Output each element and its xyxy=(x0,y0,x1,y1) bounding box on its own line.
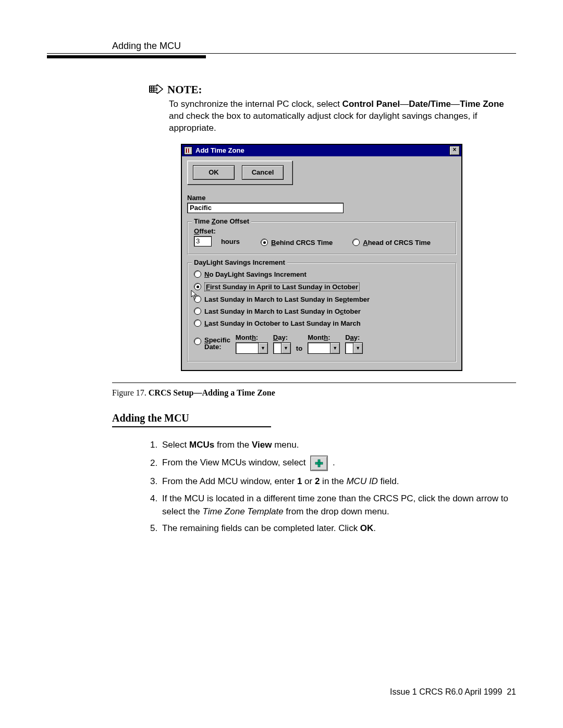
name-label: Name xyxy=(187,194,456,202)
dls-apr-oct-radio[interactable]: First Sunday in April to Last Sunday in … xyxy=(194,282,449,291)
end-day-select[interactable]: ▼ xyxy=(345,342,363,354)
add-time-zone-dialog: Add Time Zone × OK Cancel Name Time Zone… xyxy=(181,144,462,371)
radio-dot-icon xyxy=(194,338,201,345)
dls-none-radio[interactable]: No DayLight Savings Increment xyxy=(194,270,449,278)
step-2: From the View MCUs window, select . xyxy=(160,455,516,471)
step-1: Select MCUs from the View menu. xyxy=(160,439,516,452)
chevron-down-icon: ▼ xyxy=(258,343,267,353)
figure-rule xyxy=(112,382,516,383)
dls-legend: DayLight Savings Increment xyxy=(192,258,287,266)
start-day-select[interactable]: ▼ xyxy=(273,342,291,354)
header-rule-thin xyxy=(47,53,516,54)
section-rule xyxy=(112,426,271,427)
month-label-2: Month: xyxy=(308,334,330,341)
plus-icon xyxy=(314,458,324,468)
dialog-app-icon xyxy=(184,146,192,155)
dls-mar-oct-radio[interactable]: Last Sunday in March to Last Sunday in O… xyxy=(194,307,449,315)
close-icon[interactable]: × xyxy=(449,146,460,155)
chevron-down-icon: ▼ xyxy=(281,343,290,353)
step-4: If the MCU is located in a different tim… xyxy=(160,492,516,518)
radio-dot-icon xyxy=(194,307,201,315)
offset-input[interactable] xyxy=(194,236,212,246)
start-month-select[interactable]: ▼ xyxy=(236,342,268,354)
chevron-down-icon: ▼ xyxy=(330,343,339,353)
dialog-button-bar: OK Cancel xyxy=(187,161,292,184)
dls-specific-radio[interactable]: SpecificDate: xyxy=(194,337,230,350)
radio-dot-icon xyxy=(261,239,268,246)
note-label: NOTE: xyxy=(167,83,202,96)
tz-offset-legend: Time Zone Offset xyxy=(192,217,251,225)
add-icon-button[interactable] xyxy=(310,455,328,471)
header-rule-thick xyxy=(47,55,206,58)
dls-oct-mar-radio[interactable]: Last Sunday in October to Last Sunday in… xyxy=(194,319,449,327)
note-body: To synchronize the internal PC clock, se… xyxy=(169,98,511,134)
chevron-down-icon: ▼ xyxy=(353,343,362,353)
radio-dot-icon xyxy=(194,319,201,327)
end-month-select[interactable]: ▼ xyxy=(308,342,340,354)
dialog-title: Add Time Zone xyxy=(195,146,449,154)
radio-dot-icon xyxy=(194,270,201,278)
name-input[interactable] xyxy=(187,203,344,213)
to-label: to xyxy=(296,344,302,352)
step-3: From the Add MCU window, enter 1 or 2 in… xyxy=(160,475,516,488)
behind-crcs-radio[interactable]: Behind CRCS Time xyxy=(261,239,333,246)
ok-button[interactable]: OK xyxy=(193,165,235,180)
note-arrow-icon xyxy=(149,84,163,94)
daylight-savings-group: DayLight Savings Increment No DayLight S… xyxy=(187,263,456,362)
dls-mar-sep-radio[interactable]: Last Sunday in March to Last Sunday in S… xyxy=(194,295,449,303)
cancel-button[interactable]: Cancel xyxy=(242,165,284,180)
running-header: Adding the MCU xyxy=(112,41,181,52)
day-label: Day: xyxy=(273,334,288,341)
dialog-titlebar[interactable]: Add Time Zone × xyxy=(182,145,461,156)
figure-caption: Figure 17. CRCS Setup—Adding a Time Zone xyxy=(112,388,516,398)
page-footer: Issue 1 CRCS R6.0 April 1999 21 xyxy=(390,687,516,697)
time-zone-offset-group: Time Zone Offset Offset: hours Behind CR… xyxy=(187,221,456,254)
step-5: The remaining fields can be completed la… xyxy=(160,522,516,535)
cursor-icon xyxy=(191,290,198,300)
section-heading: Adding the MCU xyxy=(112,412,516,424)
day-label-2: Day: xyxy=(345,334,360,341)
radio-dot-icon xyxy=(352,239,360,246)
svg-rect-4 xyxy=(315,462,323,464)
hours-label: hours xyxy=(221,238,240,245)
ahead-crcs-radio[interactable]: Ahead of CRCS Time xyxy=(352,239,431,246)
month-label: Month: xyxy=(236,334,258,341)
offset-label: Offset: xyxy=(194,227,216,235)
steps-list: Select MCUs from the View menu. From the… xyxy=(160,439,516,535)
